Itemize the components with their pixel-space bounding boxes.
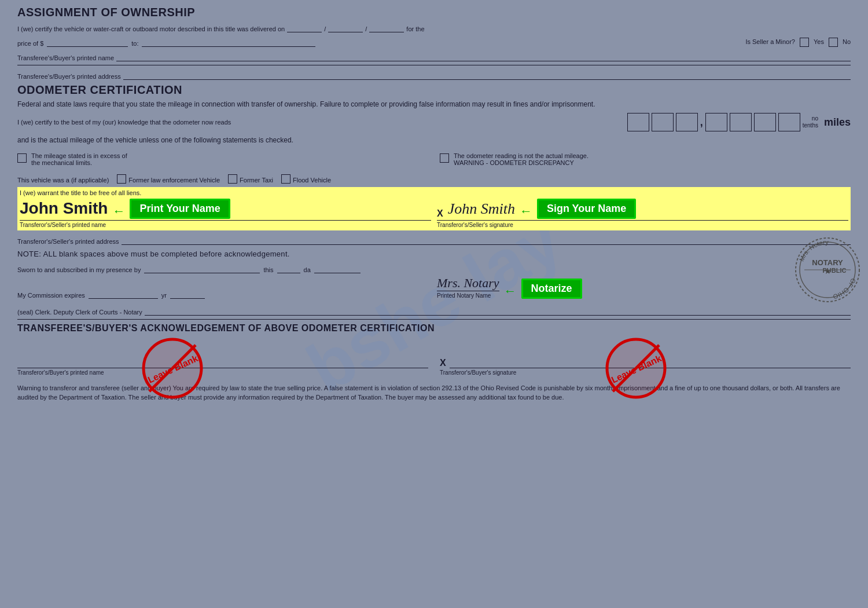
transferor-sig-label: Transferor's/Seller's signature	[437, 222, 848, 228]
former-taxi-checkbox[interactable]	[228, 174, 237, 184]
notary-stamp: Mrs. Notary NOTARY ★ PUBLIC OF OHIO	[793, 235, 862, 307]
transferor-address-label: Transferor's/Seller's printed address	[17, 238, 119, 245]
mileage-excess-checkbox[interactable]	[17, 153, 27, 163]
former-law-checkbox[interactable]	[117, 174, 126, 184]
odometer-boxes: , no tenths miles	[627, 113, 851, 131]
svg-text:PUBLIC: PUBLIC	[823, 267, 847, 274]
signature-row: John Smith ← Print Your Name Transferor'…	[17, 199, 851, 228]
odometer-discrepancy-row: The odometer reading is not the actual m…	[440, 152, 851, 166]
delivered-line: I (we) certify the vehicle or water-craf…	[17, 21, 851, 32]
notarize-annotation-box: Notarize	[521, 279, 582, 299]
price-field	[47, 36, 128, 47]
assignment-intro-label: I (we) certify the vehicle or water-craf…	[17, 25, 285, 32]
odo-box-2	[652, 113, 674, 131]
transferee-ack-title: TRANSFEREE'S/BUYER'S ACKNOWLEDGEMENT OF …	[17, 323, 851, 334]
flood-vehicle-checkbox[interactable]	[281, 174, 290, 184]
mileage-excess-label: The mileage stated is in excess of the m…	[31, 152, 127, 166]
odo-box-5	[730, 113, 752, 131]
notarize-arrow: ←	[504, 284, 517, 299]
this-label: this	[263, 266, 273, 273]
odometer-reads-label: I (we) certify to the best of my (our) k…	[17, 119, 623, 126]
odometer-reads-row: I (we) certify to the best of my (our) k…	[17, 113, 851, 131]
yes-checkbox[interactable]	[800, 38, 809, 47]
to-label: to:	[131, 40, 138, 47]
sworn-label: Sworn to and subscribed in my presence b…	[17, 266, 141, 273]
sign-name-value: John Smith	[448, 200, 515, 219]
document-content: ASSIGNMENT OF OWNERSHIP I (we) certify t…	[17, 6, 851, 402]
yr-label: yr	[161, 292, 167, 299]
transferee-name-label: Transferee's/Buyer's printed name	[17, 54, 114, 61]
transferor-printed-label: Transferor's/Seller's printed name	[20, 222, 431, 228]
print-name-underline	[20, 220, 431, 221]
transferee-name-field	[116, 50, 851, 61]
seller-minor-label: Is Seller a Minor?	[745, 38, 795, 45]
to-field	[142, 36, 315, 47]
leave-blank-left-overlay: Leave Blank	[141, 336, 204, 402]
vehicle-was-row: This vehicle was a (if applicable) Forme…	[17, 173, 851, 184]
odo-box-1	[627, 113, 649, 131]
leave-blank-right-overlay: Leave Blank	[604, 336, 668, 402]
date-field	[287, 21, 322, 32]
notary-name-label: Printed Notary Name	[437, 292, 499, 299]
date-year	[369, 21, 404, 32]
print-name-row: John Smith ← Print Your Name	[20, 199, 431, 219]
miles-label: miles	[824, 116, 851, 129]
leave-blank-right-svg: Leave Blank	[604, 336, 668, 400]
sign-name-underline	[437, 220, 848, 221]
flood-vehicle-label: Flood Vehicle	[293, 177, 331, 184]
print-arrow: ←	[112, 204, 125, 219]
odo-box-6	[754, 113, 776, 131]
odo-box-4	[705, 113, 727, 131]
x-marker: X	[437, 208, 443, 219]
notary-name-container: Mrs. Notary Printed Notary Name	[437, 276, 499, 299]
divider1	[17, 65, 851, 65]
mileage-checkboxes-row: The mileage stated is in excess of the m…	[17, 149, 851, 170]
odometer-body: Federal and state laws require that you …	[17, 99, 851, 109]
buyer-printed-label: Transferor's/Buyer's printed name	[17, 369, 428, 376]
seal-field	[145, 305, 851, 316]
yr-field	[170, 288, 205, 299]
note-content: NOTE: ALL blank spaces above must be com…	[17, 250, 290, 258]
notary-name-value: Mrs. Notary	[437, 276, 499, 291]
sign-annotation-box: Sign Your Name	[537, 199, 636, 219]
former-taxi-label: Former Taxi	[240, 177, 273, 184]
svg-text:NOTARY: NOTARY	[812, 258, 843, 267]
warrant-sig-highlight-row: I (we) warrant the title to be free of a…	[17, 187, 851, 230]
transferee-address-label: Transferee's/Buyer's printed address	[17, 73, 121, 80]
odometer-discrepancy-checkbox[interactable]	[440, 153, 449, 163]
note-text: NOTE: ALL blank spaces above must be com…	[17, 248, 851, 260]
transferee-name-line: Transferee's/Buyer's printed name	[17, 50, 851, 61]
ack-signature-row: Transferor's/Buyer's printed name Leave …	[17, 345, 851, 380]
this-day-field	[277, 262, 300, 273]
buyer-sig-section: X Transferor's/Buyer's signature Leave B…	[440, 345, 851, 380]
document-container: bshe lay ASSIGNMENT OF OWNERSHIP I (we) …	[0, 0, 868, 608]
warrant-liens-label: I (we) warrant the title to be free of a…	[17, 189, 851, 196]
no-tenths-label: no tenths	[803, 115, 818, 129]
price-seller-minor-line: price of $ to: Is Seller a Minor? Yes No	[17, 36, 851, 47]
sign-name-section: X John Smith ← Sign Your Name Transferor…	[437, 199, 848, 228]
sign-name-row: X John Smith ← Sign Your Name	[437, 199, 848, 219]
seal-label: (seal) Clerk. Deputy Clerk of Courts - N…	[17, 309, 142, 316]
former-law-label: Former law enforcement Vehicle	[128, 177, 220, 184]
buyer-printed-name-section: Transferor's/Buyer's printed name Leave …	[17, 345, 428, 380]
yes-label: Yes	[814, 38, 824, 45]
svg-text:OF OHIO: OF OHIO	[832, 277, 858, 300]
transferor-address-field	[122, 234, 851, 245]
vehicle-was-label: This vehicle was a (if applicable)	[17, 177, 109, 184]
odo-box-3	[676, 113, 698, 131]
commission-notary-row: My Commission expires yr Mrs. Notary Pri…	[17, 276, 851, 299]
commission-label: My Commission expires	[17, 292, 85, 299]
transferor-address-line: Transferor's/Seller's printed address	[17, 234, 851, 245]
da-field	[314, 262, 361, 273]
commission-field	[89, 288, 158, 299]
print-name-section: John Smith ← Print Your Name Transferor'…	[20, 199, 431, 228]
notary-stamp-svg: Mrs. Notary NOTARY ★ PUBLIC OF OHIO	[793, 235, 862, 305]
x-marker-buyer: X	[440, 358, 446, 368]
odometer-title: ODOMETER CERTIFICATION	[17, 83, 851, 97]
no-checkbox[interactable]	[829, 38, 838, 47]
price-label: price of $	[17, 40, 43, 47]
no-label: No	[843, 38, 851, 45]
mileage-excess-row: The mileage stated is in excess of the m…	[17, 152, 428, 166]
assignment-title: ASSIGNMENT OF OWNERSHIP	[17, 6, 851, 19]
print-annotation-box: Print Your Name	[130, 199, 230, 219]
